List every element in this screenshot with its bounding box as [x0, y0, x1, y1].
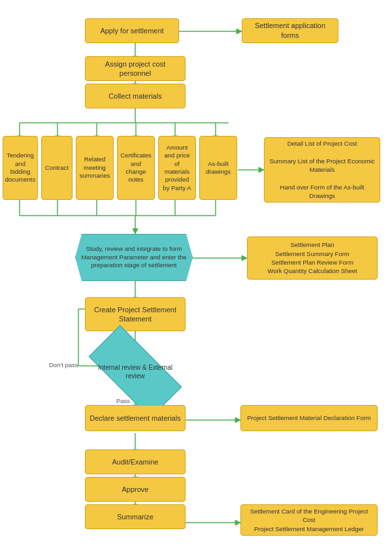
- tendering-node: Tendering and bidding documents: [3, 136, 38, 200]
- assign-node: Assign project cost personnel: [85, 56, 186, 81]
- create-node: Create Project Settlement Statement: [85, 297, 186, 331]
- svg-marker-21: [259, 167, 264, 172]
- apply-node: Apply for settlement: [85, 18, 179, 43]
- certificates-node: Certificates and change notes: [117, 136, 155, 200]
- settlement-card-node: Settlement Card of the Engineering Proje…: [240, 504, 378, 536]
- study-node: Study, review and integrate to form Mana…: [75, 234, 193, 281]
- svg-marker-44: [235, 417, 240, 423]
- asbuilt-node: As-built drawings: [199, 136, 237, 200]
- summarize-node: Summarize: [85, 504, 186, 529]
- approve-node: Approve: [85, 477, 186, 502]
- svg-marker-32: [242, 255, 247, 261]
- collect-node: Collect materials: [85, 84, 186, 108]
- svg-marker-30: [133, 229, 138, 234]
- declare-node: Declare settlement materials: [85, 405, 186, 431]
- declaration-form-node: Project Settlement Material Declaration …: [240, 405, 378, 431]
- contract-node: Contract: [41, 136, 73, 200]
- svg-marker-1: [237, 29, 242, 34]
- settlement-plan-node: Settlement Plan Settlement Summary Form …: [247, 236, 378, 280]
- dont-pass-label: Don't pass: [49, 361, 78, 368]
- meeting-node: Related meeting summaries: [76, 136, 114, 200]
- internal-review-node: Internal review & External review: [91, 350, 179, 394]
- audit-node: Audit/Examine: [85, 449, 186, 474]
- flowchart: Apply for settlement Settlement applicat…: [0, 0, 392, 554]
- svg-marker-52: [235, 520, 240, 525]
- amount-node: Amount and price of materials provided b…: [158, 136, 196, 200]
- detail-list-node: Detail List of Project Cost Summary List…: [264, 137, 380, 203]
- pass-label: Pass: [116, 397, 130, 404]
- internal-review-text: Internal review & External review: [91, 361, 179, 383]
- settlement-forms-node: Settlement application forms: [242, 18, 338, 43]
